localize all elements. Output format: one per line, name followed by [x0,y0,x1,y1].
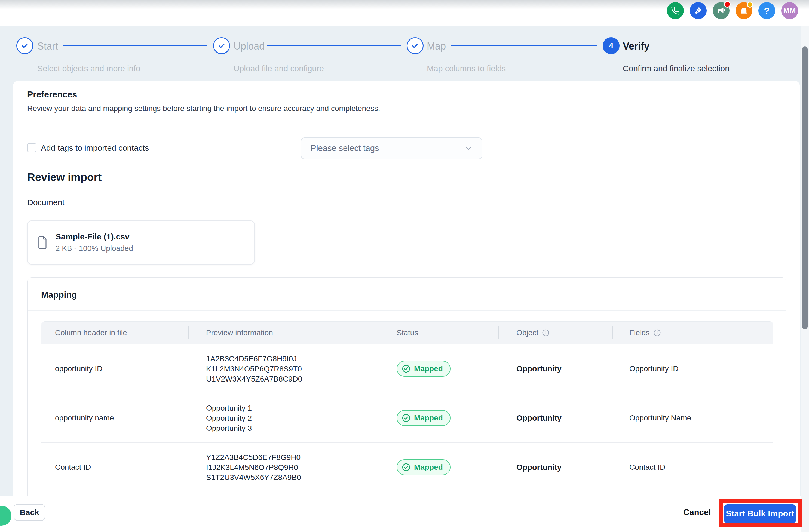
preview-line: 1A2B3C4D5E6F7G8H9I0J [206,354,380,364]
row-preview: Y1Z2A3B4C5D6E7F8G9H0 I1J2K3L4M5N6O7P8Q9R… [188,452,380,482]
chat-widget-button[interactable] [0,506,12,526]
topbar-icon-group: ? MM [667,2,798,19]
scrollbar-thumb[interactable] [802,46,808,329]
row-object: Opportunity [498,463,613,472]
preview-line: S1T2U3V4W5X6Y7Z8A9B0 [206,473,380,482]
step-start-subtitle: Select objects and more info [37,64,140,73]
check-circle-icon [401,364,411,373]
tags-select[interactable]: Please select tags [301,138,482,159]
footer-bar: Back Cancel Start Bulk Import [0,496,809,532]
step-verify-circle[interactable]: 4 [603,37,620,54]
status-badge: Mapped [397,410,450,426]
mapping-table-row-partial [41,492,773,496]
row-column-header: opportunity name [41,414,188,422]
row-field: Opportunity ID [613,365,773,373]
avatar[interactable]: MM [781,2,798,19]
preview-line: U1V2W3X4Y5Z6A7B8C9D0 [206,374,380,384]
add-tags-checkbox[interactable] [27,143,36,153]
step-upload-label: Upload [234,40,264,52]
chevron-down-icon [464,144,472,153]
verify-content-card: Preferences Review your data and mapping… [13,81,800,496]
column-header-in-file-header: Column header in file [41,329,188,337]
step-start-circle[interactable] [16,37,33,54]
mapping-section: Mapping Column header in file Preview in… [28,277,787,496]
status-badge-label: Mapped [414,463,443,472]
preview-line: K1L2M3N4O5P6Q7R8S9T0 [206,364,380,374]
step-verify-subtitle: Confirm and finalize selection [623,64,729,73]
info-icon[interactable] [653,329,661,337]
preview-line: Y1Z2A3B4C5D6E7F8G9H0 [206,452,380,462]
amber-notification-dot [747,2,753,7]
phone-icon[interactable] [667,2,684,19]
status-badge: Mapped [397,361,450,377]
preview-line: Opportunity 3 [206,423,380,433]
avatar-initials: MM [784,6,796,15]
fields-header-label: Fields [629,329,650,337]
notifications-bell-icon[interactable] [736,2,752,19]
row-preview: 1A2B3C4D5E6F7G8H9I0J K1L2M3N4O5P6Q7R8S9T… [188,354,380,384]
step-map-circle[interactable] [407,37,424,54]
top-bar: ? MM [0,0,809,26]
step-connector [267,45,401,46]
info-icon[interactable] [542,329,550,337]
file-icon [36,236,48,249]
row-field: Contact ID [613,463,773,472]
row-object: Opportunity [498,414,613,423]
row-field: Opportunity Name [613,414,773,422]
mapping-title: Mapping [41,290,77,300]
column-separator [380,326,380,339]
mapping-table: Column header in file Preview informatio… [41,321,773,496]
row-status: Mapped [380,410,498,426]
cancel-button[interactable]: Cancel [680,504,714,521]
review-import-title: Review import [27,171,102,183]
check-circle-icon [401,463,411,472]
column-separator [613,326,613,339]
step-upload-subtitle: Upload file and configure [234,64,324,73]
mapping-table-row: opportunity ID 1A2B3C4D5E6F7G8H9I0J K1L2… [41,344,773,393]
step-map-label: Map [427,40,446,52]
column-separator [188,326,189,339]
mapping-table-header: Column header in file Preview informatio… [41,322,773,344]
step-verify-label: Verify [623,40,650,52]
back-button[interactable]: Back [14,504,45,521]
step-connector [451,45,597,46]
section-divider [13,125,800,125]
row-column-header: Contact ID [41,463,188,472]
row-status: Mapped [380,361,498,377]
mapping-divider [28,311,786,311]
start-bulk-import-button[interactable]: Start Bulk Import [724,504,796,523]
status-badge-label: Mapped [414,365,443,373]
file-meta: 2 KB - 100% Uploaded [55,244,133,253]
status-badge-label: Mapped [414,414,443,422]
ai-sparkle-icon[interactable] [690,2,707,19]
file-name: Sample-File (1).csv [55,232,133,242]
column-separator [498,326,499,339]
preview-information-header: Preview information [188,329,380,337]
row-status: Mapped [380,459,498,475]
import-stepper: Start Select objects and more info Uploa… [0,26,809,81]
announcements-icon[interactable] [713,2,729,19]
step-verify-number: 4 [609,41,614,50]
row-preview: Opportunity 1 Opportunity 2 Opportunity … [188,403,380,433]
file-info: Sample-File (1).csv 2 KB - 100% Uploaded [55,232,133,253]
row-object: Opportunity [498,365,613,373]
preferences-description: Review your data and mapping settings be… [27,104,380,113]
document-label: Document [27,198,65,207]
step-connector [63,45,207,46]
step-map-subtitle: Map columns to fields [427,64,506,73]
help-icon[interactable]: ? [758,2,775,19]
scrollbar-track[interactable] [801,26,809,532]
tags-select-placeholder: Please select tags [311,143,464,153]
help-glyph: ? [764,5,770,16]
fields-header: Fields [613,329,773,337]
object-header-label: Object [516,329,538,337]
row-column-header: opportunity ID [41,365,188,373]
step-upload-circle[interactable] [213,37,230,54]
preview-line: Opportunity 2 [206,413,380,423]
preferences-title: Preferences [27,90,77,100]
uploaded-file-card[interactable]: Sample-File (1).csv 2 KB - 100% Uploaded [27,220,255,265]
preview-line: I1J2K3L4M5N6O7P8Q9R0 [206,462,380,473]
check-circle-icon [401,413,411,423]
object-header: Object [498,329,613,337]
mapping-table-row: Contact ID Y1Z2A3B4C5D6E7F8G9H0 I1J2K3L4… [41,442,773,492]
